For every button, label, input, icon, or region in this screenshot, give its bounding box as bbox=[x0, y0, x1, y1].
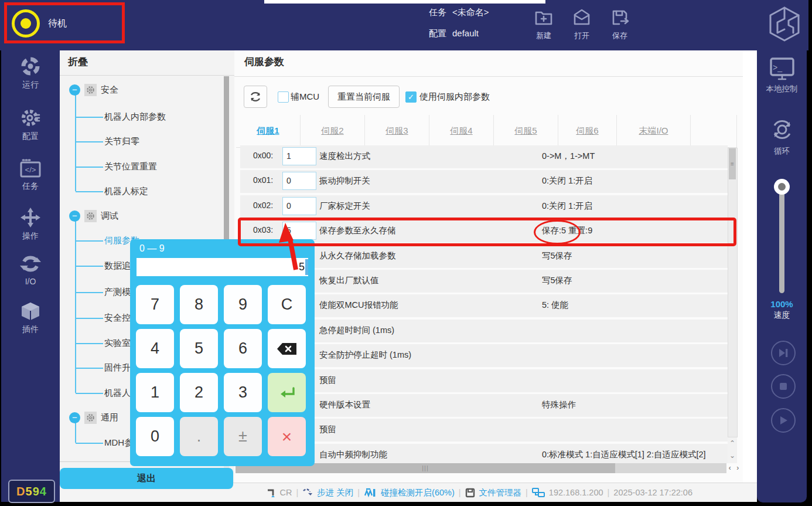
collapse-toggle-icon[interactable]: − bbox=[69, 84, 80, 96]
keypad-key-0[interactable]: 0 bbox=[136, 417, 174, 456]
step-mode-status[interactable]: 步进 关闭 bbox=[317, 487, 353, 498]
keypad-key-3[interactable]: 3 bbox=[224, 373, 262, 412]
param-value-input[interactable]: 0 bbox=[282, 172, 316, 190]
sidebar-item-label: 任务 bbox=[22, 181, 39, 191]
separator: | bbox=[357, 488, 360, 497]
spinner-up-icon[interactable]: ⌃ bbox=[728, 437, 737, 450]
tree-scrollbar-thumb[interactable] bbox=[224, 76, 229, 252]
horizontal-scroll-buttons[interactable]: ‹ › bbox=[728, 463, 741, 473]
refresh-button[interactable] bbox=[244, 86, 267, 108]
device-code-char: D bbox=[16, 485, 25, 498]
sidebar-item-task[interactable]: </> 任务 bbox=[1, 158, 60, 192]
loop-mode-button[interactable]: 循环 bbox=[757, 116, 807, 157]
keypad-key-muted[interactable]: ± bbox=[224, 417, 262, 456]
play-button[interactable] bbox=[771, 408, 796, 433]
network-icon bbox=[532, 487, 545, 498]
sidebar-item-plugin[interactable]: 插件 bbox=[1, 301, 60, 335]
cr-label: CR bbox=[280, 488, 292, 497]
param-value-input[interactable]: 0 bbox=[282, 197, 316, 215]
config-label: 配置 bbox=[429, 28, 446, 39]
keypad-key-2[interactable]: 2 bbox=[180, 373, 218, 412]
stop-button[interactable] bbox=[771, 374, 796, 399]
loop-label: 循环 bbox=[774, 147, 790, 155]
param-label: 振动抑制开关 bbox=[319, 175, 370, 186]
file-manager-link[interactable]: 文件管理器 bbox=[479, 487, 522, 498]
tree-collapse-header[interactable]: 折叠 bbox=[68, 55, 88, 69]
step-forward-button[interactable] bbox=[771, 341, 796, 365]
group-gear-icon bbox=[84, 84, 97, 96]
tab-伺服6[interactable]: 伺服6 bbox=[558, 115, 617, 147]
collapse-toggle-icon[interactable]: − bbox=[69, 412, 80, 423]
datetime: 2025-03-12 17:22:06 bbox=[613, 488, 692, 497]
screen-artifact-strip bbox=[264, 0, 545, 4]
keypad-key-enter[interactable] bbox=[268, 373, 306, 412]
reset-current-servo-button[interactable]: 重置当前伺服 bbox=[328, 86, 400, 108]
value-spinner[interactable]: ⌃⌄ bbox=[728, 437, 737, 463]
tab-label: 伺服2 bbox=[321, 125, 343, 137]
param-description: 5: 使能 bbox=[542, 300, 568, 311]
save-task-button[interactable]: 保存 bbox=[601, 7, 639, 41]
tree-group-safety[interactable]: − 安全 bbox=[69, 82, 118, 97]
open-task-button[interactable]: 打开 bbox=[562, 7, 601, 41]
brand-logo-icon bbox=[766, 5, 803, 43]
separator: | bbox=[296, 488, 298, 497]
tab-伺服5[interactable]: 伺服5 bbox=[494, 115, 558, 147]
separator: | bbox=[608, 488, 610, 497]
param-label: 速度检出方式 bbox=[319, 151, 370, 162]
tree-connector bbox=[75, 216, 76, 393]
param-label: 使能双MCU报错功能 bbox=[319, 300, 398, 311]
param-label: 从永久存储加载参数 bbox=[319, 250, 396, 262]
keypad-key-4[interactable]: 4 bbox=[136, 329, 174, 368]
keypad-key-C[interactable]: C bbox=[268, 285, 306, 324]
local-control-button[interactable]: >_ 本地控制 bbox=[757, 56, 807, 94]
keypad-key-1[interactable]: 1 bbox=[136, 373, 174, 412]
collision-detect-status[interactable]: 碰撞检测开启(60%) bbox=[381, 487, 455, 498]
keypad-key-muted[interactable]: . bbox=[180, 417, 218, 456]
use-internal-params-checkbox[interactable]: ✓ bbox=[405, 91, 417, 103]
keypad-key-backspace[interactable] bbox=[268, 329, 306, 368]
tab-label: 伺服5 bbox=[514, 125, 537, 137]
param-label: 预留 bbox=[319, 424, 336, 435]
keypad-key-6[interactable]: 6 bbox=[224, 329, 262, 368]
new-task-label: 新建 bbox=[536, 31, 551, 40]
play-icon bbox=[779, 416, 788, 425]
gear-icon bbox=[20, 107, 41, 128]
speed-slider-track[interactable] bbox=[779, 186, 784, 293]
keypad-key-5[interactable]: 5 bbox=[180, 329, 218, 368]
param-value-input[interactable]: 1 bbox=[282, 147, 316, 165]
svg-text:</>: </> bbox=[25, 165, 36, 174]
tab-伺服1[interactable]: 伺服1 bbox=[236, 115, 301, 147]
sidebar-item-label: 插件 bbox=[22, 324, 39, 334]
aux-mcu-checkbox[interactable] bbox=[278, 91, 289, 103]
tree-group-debug[interactable]: − 调试 bbox=[69, 208, 118, 223]
keypad-key-7[interactable]: 7 bbox=[136, 285, 174, 324]
sidebar-item-run[interactable]: 运行 bbox=[1, 56, 60, 90]
collapse-toggle-icon[interactable]: − bbox=[69, 210, 80, 222]
keypad-exit-button[interactable]: 退出 bbox=[60, 468, 233, 489]
right-sidebar: >_ 本地控制 循环 100% 速度 bbox=[757, 50, 807, 502]
new-task-button[interactable]: 新建 bbox=[524, 7, 563, 41]
param-description: 0->M，1->MT bbox=[542, 151, 595, 162]
device-code-badge: D594 bbox=[8, 480, 55, 503]
tab-伺服2[interactable]: 伺服2 bbox=[301, 115, 365, 147]
backspace-icon bbox=[277, 342, 298, 356]
keypad-key-cancel[interactable]: × bbox=[268, 417, 306, 456]
app-window: 待机 任务 <未命名> 配置 default 新建 打开 bbox=[0, 0, 812, 506]
use-internal-params-label: 使用伺服内部参数 bbox=[419, 91, 490, 103]
tab-伺服4[interactable]: 伺服4 bbox=[429, 115, 494, 147]
param-label: 硬件版本设置 bbox=[319, 399, 370, 410]
tab-伺服3[interactable]: 伺服3 bbox=[365, 115, 429, 147]
spinner-down-icon[interactable]: ⌄ bbox=[728, 450, 737, 462]
tab-末端I/O[interactable]: 末端I/O bbox=[617, 115, 691, 147]
keypad-key-8[interactable]: 8 bbox=[180, 285, 218, 324]
divider bbox=[234, 76, 743, 77]
sidebar-item-jog[interactable]: 操作 bbox=[1, 207, 60, 242]
table-vertical-scrollbar-thumb[interactable]: ≡ bbox=[729, 148, 736, 179]
table-vertical-scrollbar-track[interactable] bbox=[728, 148, 738, 437]
keypad-key-9[interactable]: 9 bbox=[224, 285, 262, 324]
sidebar-item-io[interactable]: I/O bbox=[1, 254, 60, 286]
sidebar-item-config[interactable]: 配置 bbox=[1, 107, 60, 142]
param-address: 0x02: bbox=[253, 201, 273, 210]
tree-group-general[interactable]: − 通用 bbox=[69, 410, 118, 425]
speed-slider-knob[interactable] bbox=[774, 179, 790, 195]
